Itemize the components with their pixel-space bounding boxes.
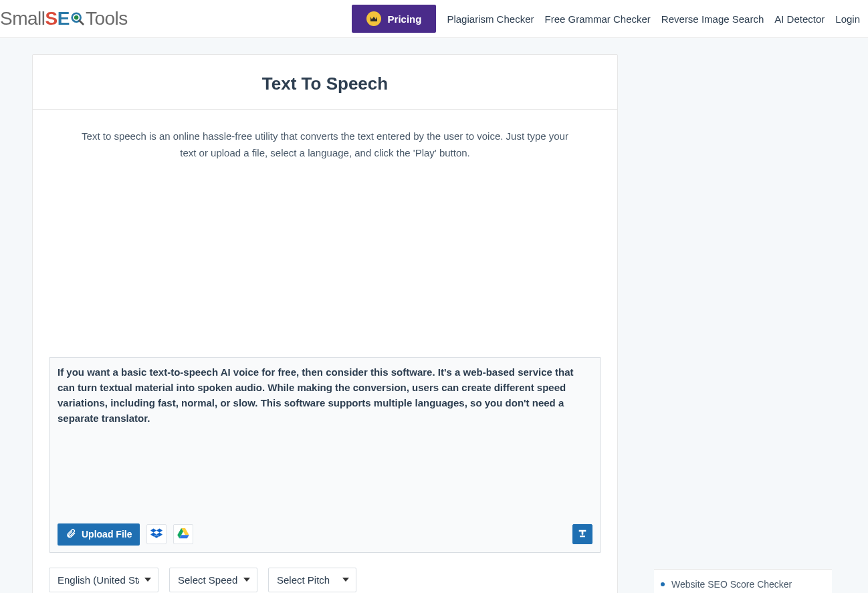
sidebar-item-label: Website SEO Score Checker — [671, 579, 792, 590]
tool-description: Text to speech is an online hassle-free … — [33, 110, 617, 170]
pricing-label: Pricing — [388, 13, 422, 25]
dropbox-button[interactable] — [146, 524, 167, 544]
tool-panel: Text To Speech Text to speech is an onli… — [32, 54, 618, 593]
tts-textarea[interactable] — [58, 364, 592, 518]
page-title: Text To Speech — [33, 55, 617, 110]
text-transform-button[interactable] — [572, 524, 592, 544]
pitch-select[interactable]: Select Pitch — [268, 568, 356, 592]
site-header: SmallSETools Pricing Plagiarism Checker … — [0, 0, 868, 38]
logo-suffix: Tools — [86, 8, 128, 29]
sidebar-item-seo-score[interactable]: Website SEO Score Checker — [661, 579, 825, 590]
sidebar: Website SEO Score Checker — [634, 54, 852, 593]
svg-point-1 — [74, 15, 78, 19]
nav-login[interactable]: Login — [835, 13, 860, 25]
nav-reverse-image[interactable]: Reverse Image Search — [661, 13, 764, 25]
text-transform-icon — [577, 528, 588, 541]
language-select[interactable]: English (United States) — [49, 568, 158, 592]
sidebar-list: Website SEO Score Checker — [654, 569, 832, 593]
paperclip-icon — [66, 528, 76, 541]
google-drive-button[interactable] — [173, 524, 193, 544]
magnifier-icon — [70, 11, 85, 26]
text-input-area: Upload File — [49, 357, 601, 553]
svg-line-2 — [80, 21, 84, 25]
top-nav: Pricing Plagiarism Checker Free Grammar … — [352, 5, 860, 33]
right-actions — [572, 524, 592, 544]
logo-s: S — [45, 8, 58, 29]
upload-file-button[interactable]: Upload File — [58, 523, 140, 546]
speed-select[interactable]: Select Speed — [169, 568, 257, 592]
upload-label: Upload File — [82, 529, 132, 540]
nav-grammar[interactable]: Free Grammar Checker — [544, 13, 650, 25]
site-logo[interactable]: SmallSETools — [0, 8, 128, 29]
pricing-button[interactable]: Pricing — [352, 5, 437, 33]
bullet-icon — [661, 582, 665, 586]
options-row: English (United States) Select Speed Sel… — [33, 553, 617, 592]
dropbox-icon — [150, 528, 162, 541]
nav-plagiarism[interactable]: Plagiarism Checker — [447, 13, 534, 25]
left-actions: Upload File — [58, 523, 193, 546]
nav-ai-detector[interactable]: AI Detector — [774, 13, 825, 25]
logo-e: E — [58, 8, 70, 29]
logo-prefix: Small — [0, 8, 45, 29]
crown-icon — [366, 11, 381, 26]
main-content: Text To Speech Text to speech is an onli… — [0, 38, 868, 593]
ad-placeholder — [33, 170, 617, 357]
textarea-toolbar: Upload File — [58, 523, 592, 546]
google-drive-icon — [177, 528, 189, 541]
